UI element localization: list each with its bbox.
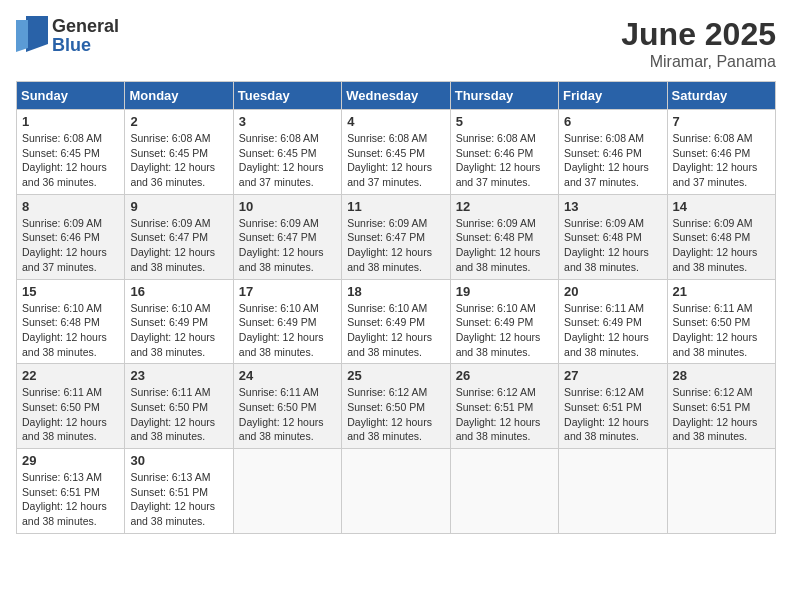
calendar-week-row: 22Sunrise: 6:11 AMSunset: 6:50 PMDayligh… — [17, 364, 776, 449]
day-info: Sunrise: 6:08 AMSunset: 6:45 PMDaylight:… — [239, 131, 336, 190]
calendar-day-cell: 30Sunrise: 6:13 AMSunset: 6:51 PMDayligh… — [125, 449, 233, 534]
day-number: 6 — [564, 114, 661, 129]
calendar-day-cell: 13Sunrise: 6:09 AMSunset: 6:48 PMDayligh… — [559, 194, 667, 279]
logo-general-text: General — [52, 16, 119, 36]
day-info: Sunrise: 6:11 AMSunset: 6:50 PMDaylight:… — [239, 385, 336, 444]
day-number: 20 — [564, 284, 661, 299]
calendar-day-cell: 1Sunrise: 6:08 AMSunset: 6:45 PMDaylight… — [17, 110, 125, 195]
day-number: 3 — [239, 114, 336, 129]
calendar-day-cell: 3Sunrise: 6:08 AMSunset: 6:45 PMDaylight… — [233, 110, 341, 195]
day-number: 8 — [22, 199, 119, 214]
day-number: 1 — [22, 114, 119, 129]
day-number: 13 — [564, 199, 661, 214]
day-info: Sunrise: 6:10 AMSunset: 6:49 PMDaylight:… — [239, 301, 336, 360]
calendar-week-row: 29Sunrise: 6:13 AMSunset: 6:51 PMDayligh… — [17, 449, 776, 534]
calendar-day-cell: 7Sunrise: 6:08 AMSunset: 6:46 PMDaylight… — [667, 110, 775, 195]
day-info: Sunrise: 6:09 AMSunset: 6:48 PMDaylight:… — [564, 216, 661, 275]
logo: General Blue — [16, 16, 119, 56]
day-number: 4 — [347, 114, 444, 129]
calendar-day-cell: 22Sunrise: 6:11 AMSunset: 6:50 PMDayligh… — [17, 364, 125, 449]
day-info: Sunrise: 6:08 AMSunset: 6:45 PMDaylight:… — [130, 131, 227, 190]
header-monday: Monday — [125, 82, 233, 110]
day-number: 25 — [347, 368, 444, 383]
day-number: 5 — [456, 114, 553, 129]
day-info: Sunrise: 6:08 AMSunset: 6:45 PMDaylight:… — [347, 131, 444, 190]
calendar-day-cell: 25Sunrise: 6:12 AMSunset: 6:50 PMDayligh… — [342, 364, 450, 449]
header-friday: Friday — [559, 82, 667, 110]
day-info: Sunrise: 6:10 AMSunset: 6:49 PMDaylight:… — [130, 301, 227, 360]
header-saturday: Saturday — [667, 82, 775, 110]
calendar-day-cell: 17Sunrise: 6:10 AMSunset: 6:49 PMDayligh… — [233, 279, 341, 364]
header-wednesday: Wednesday — [342, 82, 450, 110]
day-info: Sunrise: 6:12 AMSunset: 6:50 PMDaylight:… — [347, 385, 444, 444]
calendar-day-cell — [559, 449, 667, 534]
calendar-day-cell: 28Sunrise: 6:12 AMSunset: 6:51 PMDayligh… — [667, 364, 775, 449]
day-number: 27 — [564, 368, 661, 383]
day-info: Sunrise: 6:12 AMSunset: 6:51 PMDaylight:… — [564, 385, 661, 444]
calendar-day-cell: 14Sunrise: 6:09 AMSunset: 6:48 PMDayligh… — [667, 194, 775, 279]
calendar-day-cell: 26Sunrise: 6:12 AMSunset: 6:51 PMDayligh… — [450, 364, 558, 449]
day-number: 10 — [239, 199, 336, 214]
calendar-week-row: 15Sunrise: 6:10 AMSunset: 6:48 PMDayligh… — [17, 279, 776, 364]
calendar-day-cell — [667, 449, 775, 534]
day-info: Sunrise: 6:11 AMSunset: 6:49 PMDaylight:… — [564, 301, 661, 360]
day-info: Sunrise: 6:09 AMSunset: 6:48 PMDaylight:… — [673, 216, 770, 275]
day-number: 30 — [130, 453, 227, 468]
day-info: Sunrise: 6:09 AMSunset: 6:48 PMDaylight:… — [456, 216, 553, 275]
calendar-day-cell: 18Sunrise: 6:10 AMSunset: 6:49 PMDayligh… — [342, 279, 450, 364]
day-info: Sunrise: 6:09 AMSunset: 6:47 PMDaylight:… — [347, 216, 444, 275]
day-info: Sunrise: 6:09 AMSunset: 6:47 PMDaylight:… — [130, 216, 227, 275]
day-info: Sunrise: 6:11 AMSunset: 6:50 PMDaylight:… — [22, 385, 119, 444]
calendar-day-cell: 21Sunrise: 6:11 AMSunset: 6:50 PMDayligh… — [667, 279, 775, 364]
calendar-day-cell: 12Sunrise: 6:09 AMSunset: 6:48 PMDayligh… — [450, 194, 558, 279]
day-number: 26 — [456, 368, 553, 383]
svg-marker-0 — [26, 16, 48, 52]
calendar-day-cell: 16Sunrise: 6:10 AMSunset: 6:49 PMDayligh… — [125, 279, 233, 364]
calendar-day-cell — [342, 449, 450, 534]
day-info: Sunrise: 6:10 AMSunset: 6:49 PMDaylight:… — [456, 301, 553, 360]
calendar-day-cell: 6Sunrise: 6:08 AMSunset: 6:46 PMDaylight… — [559, 110, 667, 195]
calendar-day-cell: 2Sunrise: 6:08 AMSunset: 6:45 PMDaylight… — [125, 110, 233, 195]
calendar-week-row: 8Sunrise: 6:09 AMSunset: 6:46 PMDaylight… — [17, 194, 776, 279]
header-thursday: Thursday — [450, 82, 558, 110]
day-number: 29 — [22, 453, 119, 468]
day-number: 23 — [130, 368, 227, 383]
day-info: Sunrise: 6:11 AMSunset: 6:50 PMDaylight:… — [130, 385, 227, 444]
month-title: June 2025 — [621, 16, 776, 53]
svg-marker-1 — [16, 20, 28, 52]
calendar-day-cell — [450, 449, 558, 534]
day-info: Sunrise: 6:13 AMSunset: 6:51 PMDaylight:… — [22, 470, 119, 529]
day-info: Sunrise: 6:08 AMSunset: 6:46 PMDaylight:… — [456, 131, 553, 190]
calendar-day-cell: 15Sunrise: 6:10 AMSunset: 6:48 PMDayligh… — [17, 279, 125, 364]
day-info: Sunrise: 6:09 AMSunset: 6:47 PMDaylight:… — [239, 216, 336, 275]
day-info: Sunrise: 6:08 AMSunset: 6:45 PMDaylight:… — [22, 131, 119, 190]
calendar-table: Sunday Monday Tuesday Wednesday Thursday… — [16, 81, 776, 534]
day-info: Sunrise: 6:12 AMSunset: 6:51 PMDaylight:… — [673, 385, 770, 444]
calendar-day-cell: 24Sunrise: 6:11 AMSunset: 6:50 PMDayligh… — [233, 364, 341, 449]
title-block: June 2025 Miramar, Panama — [621, 16, 776, 71]
day-number: 7 — [673, 114, 770, 129]
day-number: 15 — [22, 284, 119, 299]
calendar-day-cell: 11Sunrise: 6:09 AMSunset: 6:47 PMDayligh… — [342, 194, 450, 279]
day-number: 12 — [456, 199, 553, 214]
day-info: Sunrise: 6:12 AMSunset: 6:51 PMDaylight:… — [456, 385, 553, 444]
calendar-day-cell: 29Sunrise: 6:13 AMSunset: 6:51 PMDayligh… — [17, 449, 125, 534]
header-sunday: Sunday — [17, 82, 125, 110]
day-info: Sunrise: 6:10 AMSunset: 6:48 PMDaylight:… — [22, 301, 119, 360]
logo-blue-text: Blue — [52, 35, 91, 55]
calendar-day-cell: 10Sunrise: 6:09 AMSunset: 6:47 PMDayligh… — [233, 194, 341, 279]
day-info: Sunrise: 6:10 AMSunset: 6:49 PMDaylight:… — [347, 301, 444, 360]
day-number: 16 — [130, 284, 227, 299]
day-number: 18 — [347, 284, 444, 299]
day-info: Sunrise: 6:11 AMSunset: 6:50 PMDaylight:… — [673, 301, 770, 360]
calendar-week-row: 1Sunrise: 6:08 AMSunset: 6:45 PMDaylight… — [17, 110, 776, 195]
day-info: Sunrise: 6:09 AMSunset: 6:46 PMDaylight:… — [22, 216, 119, 275]
calendar-day-cell: 19Sunrise: 6:10 AMSunset: 6:49 PMDayligh… — [450, 279, 558, 364]
calendar-day-cell: 8Sunrise: 6:09 AMSunset: 6:46 PMDaylight… — [17, 194, 125, 279]
day-number: 28 — [673, 368, 770, 383]
day-number: 11 — [347, 199, 444, 214]
calendar-day-cell: 5Sunrise: 6:08 AMSunset: 6:46 PMDaylight… — [450, 110, 558, 195]
calendar-day-cell: 20Sunrise: 6:11 AMSunset: 6:49 PMDayligh… — [559, 279, 667, 364]
day-info: Sunrise: 6:08 AMSunset: 6:46 PMDaylight:… — [673, 131, 770, 190]
day-number: 21 — [673, 284, 770, 299]
